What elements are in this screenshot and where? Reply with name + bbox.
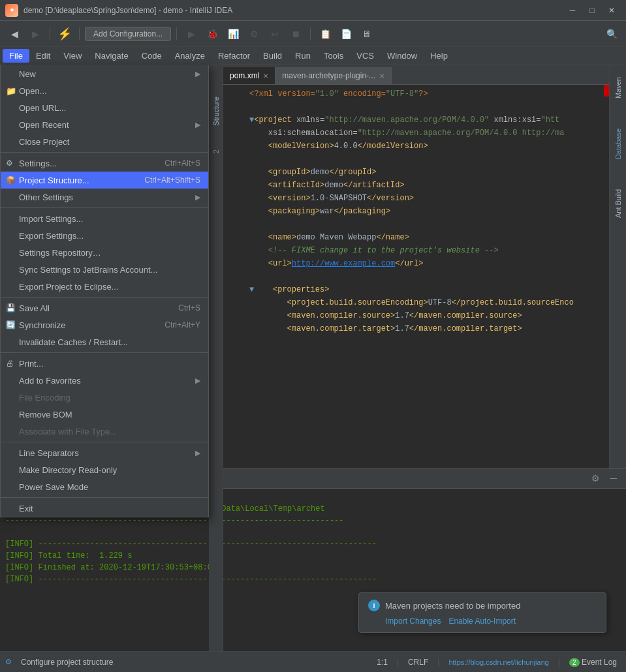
menu-save-all-label: Save All (19, 303, 50, 313)
console-line-6: [INFO] Finished at: 2020-12-19T17:30:53+… (5, 562, 621, 573)
profile-button[interactable]: ⚙ (245, 25, 263, 43)
menu-close-project[interactable]: Close Project (1, 133, 208, 150)
menu-window[interactable]: Window (381, 49, 424, 63)
menu-sync-settings[interactable]: Sync Settings to JetBrains Account... (1, 261, 208, 278)
menu-vcs[interactable]: VCS (350, 49, 381, 63)
structure-label[interactable]: Structure (212, 91, 220, 131)
forward-button[interactable]: ▶ (26, 25, 44, 43)
menu-view[interactable]: View (57, 49, 88, 63)
code-line-10: <!-- FIXME change it to the project's we… (223, 244, 609, 257)
menu-invalidate-caches[interactable]: Invalidate Caches / Restart... (1, 333, 208, 350)
menu-export-settings[interactable]: Export Settings... (1, 227, 208, 244)
vcs-button[interactable]: 📋 (316, 25, 334, 43)
panel2-label[interactable]: 2 (212, 144, 220, 159)
menu-new[interactable]: New ▶ (1, 65, 208, 82)
database-sidebar-label[interactable]: Database (614, 123, 622, 164)
divider-3 (1, 297, 208, 298)
menu-build[interactable]: Build (257, 49, 289, 63)
divider-5 (1, 442, 208, 442)
menu-import-settings-label: Import Settings... (19, 214, 83, 224)
divider-4 (1, 352, 208, 353)
menu-settings[interactable]: ⚙ Settings... Ctrl+Alt+S (1, 155, 208, 172)
build-icon[interactable]: ⚡ (55, 25, 74, 43)
crlf-indicator[interactable]: CRLF (404, 656, 432, 668)
app-icon: ✦ (5, 4, 18, 17)
debug-button[interactable]: 🐞 (203, 25, 221, 43)
event-log-label: Event Log (582, 658, 617, 667)
terminal-button[interactable]: 🖥 (358, 25, 376, 43)
panel-minimize-button[interactable]: ─ (606, 471, 621, 485)
menu-edit[interactable]: Edit (29, 49, 57, 63)
run-button[interactable]: ▶ (182, 25, 200, 43)
menu-project-structure[interactable]: 📦 Project Structure... Ctrl+Alt+Shift+S (1, 172, 208, 189)
menu-import-settings[interactable]: Import Settings... (1, 210, 208, 227)
minimize-button[interactable]: ─ (563, 3, 582, 18)
code-line-12: ▼ <properties> (223, 283, 609, 296)
settings-shortcut: Ctrl+Alt+S (164, 159, 200, 168)
menu-print[interactable]: 🖨 Print... (1, 355, 208, 372)
maven-sidebar-label[interactable]: Maven (614, 72, 622, 104)
menu-make-readonly-label: Make Directory Read-only (19, 465, 117, 475)
menu-settings-repo[interactable]: Settings Repository… (1, 244, 208, 261)
menu-line-separators[interactable]: Line Separators ▶ (1, 444, 208, 461)
divider-2 (1, 207, 208, 208)
tab-maven-archetype[interactable]: maven-archetype-plugin-... ✕ (275, 67, 392, 84)
code-line-3: xsi:schemaLocation="http://maven.apache.… (223, 127, 609, 140)
menu-code[interactable]: Code (135, 49, 168, 63)
tab-pom-label: pom.xml (230, 71, 259, 80)
vcs2-button[interactable]: 📄 (337, 25, 355, 43)
menu-synchronize[interactable]: 🔄 Synchronize Ctrl+Alt+Y (1, 316, 208, 333)
menu-make-readonly[interactable]: Make Directory Read-only (1, 461, 208, 478)
menu-new-arrow: ▶ (195, 70, 200, 78)
menu-remove-bom[interactable]: Remove BOM (1, 406, 208, 423)
step-button[interactable]: ↩ (266, 25, 284, 43)
menu-exit[interactable]: Exit (1, 500, 208, 517)
menu-navigate[interactable]: Navigate (88, 49, 134, 63)
maximize-button[interactable]: □ (583, 3, 601, 18)
sync-icon: 🔄 (6, 320, 16, 329)
menu-tools[interactable]: Tools (317, 49, 350, 63)
status-config-icon: ⚙ (5, 658, 12, 666)
code-line-13: <project.build.sourceEncoding>UTF-8</pro… (223, 296, 609, 309)
settings-icon: ⚙ (6, 159, 13, 168)
run-config-button[interactable]: Add Configuration... (85, 27, 171, 41)
close-button[interactable]: ✕ (603, 3, 621, 18)
search-everywhere-button[interactable]: 🔍 (603, 25, 621, 43)
ant-build-sidebar-label[interactable]: Ant Build (614, 184, 622, 223)
menu-refactor[interactable]: Refactor (211, 49, 257, 63)
code-line-11: <url>http://www.example.com</url> (223, 257, 609, 270)
menu-other-settings[interactable]: Other Settings ▶ (1, 189, 208, 206)
panel-settings-button[interactable]: ⚙ (588, 471, 603, 485)
menu-sync-settings-label: Sync Settings to JetBrains Account... (19, 265, 157, 275)
event-log[interactable]: 2 Event Log (565, 656, 621, 668)
menu-add-favorites[interactable]: Add to Favorites ▶ (1, 372, 208, 389)
menu-run[interactable]: Run (289, 49, 317, 63)
menu-file-encoding-label: File Encoding (19, 393, 70, 403)
menu-exit-label: Exit (19, 504, 33, 513)
code-line-blank-2 (223, 153, 609, 166)
menu-open[interactable]: 📁 Open... (1, 82, 208, 99)
tab-pom-xml[interactable]: pom.xml ✕ (223, 67, 275, 84)
configure-project-link[interactable]: Configure project structure (17, 656, 117, 668)
menu-analyze[interactable]: Analyze (168, 49, 211, 63)
tab-maven-close[interactable]: ✕ (379, 72, 384, 80)
menu-power-save[interactable]: Power Save Mode (1, 478, 208, 495)
menu-open-url[interactable]: Open URL... (1, 99, 208, 116)
enable-auto-import-link[interactable]: Enable Auto-Import (448, 617, 516, 626)
left-panel: Structure 2 (209, 65, 223, 651)
event-count-badge: 2 (569, 658, 580, 667)
menu-file[interactable]: File (3, 49, 29, 63)
menu-save-all[interactable]: 💾 Save All Ctrl+S (1, 299, 208, 316)
csdn-url[interactable]: https://blog.csdn.net/lichunjiang (445, 657, 553, 667)
menu-help[interactable]: Help (424, 49, 454, 63)
menu-open-recent[interactable]: Open Recent ▶ (1, 116, 208, 133)
coverage-button[interactable]: 📊 (224, 25, 242, 43)
menu-open-url-label: Open URL... (19, 103, 66, 113)
import-changes-link[interactable]: Import Changes (385, 617, 441, 626)
tab-pom-close[interactable]: ✕ (263, 72, 268, 80)
back-button[interactable]: ◀ (5, 25, 23, 43)
notification-actions: Import Changes Enable Auto-Import (368, 617, 597, 626)
menu-export-eclipse[interactable]: Export Project to Eclipse... (1, 278, 208, 295)
stop-button[interactable]: ⏹ (287, 25, 305, 43)
position-indicator[interactable]: 1:1 (373, 656, 392, 668)
